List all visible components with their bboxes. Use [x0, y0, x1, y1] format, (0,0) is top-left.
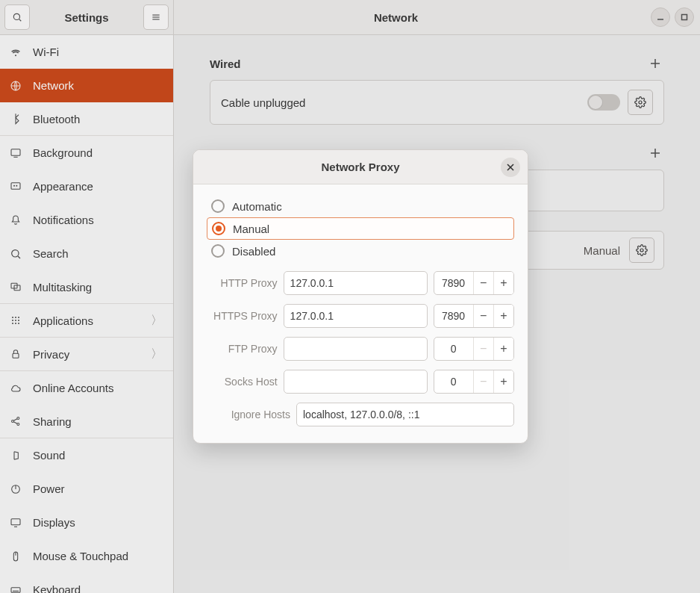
- socks-port-spinner: − +: [434, 370, 514, 394]
- sidebar-item-label: Keyboard: [33, 583, 163, 593]
- svg-point-22: [12, 323, 13, 324]
- minimize-button[interactable]: [651, 7, 670, 27]
- svg-line-30: [13, 422, 17, 424]
- svg-point-20: [15, 320, 16, 321]
- appearance-icon: [9, 180, 22, 193]
- sidebar-item-appearance[interactable]: Appearance: [0, 170, 173, 203]
- sidebar-item-sound[interactable]: Sound: [0, 438, 173, 472]
- app-title: Settings: [34, 11, 139, 24]
- sidebar-item-label: Network: [33, 79, 163, 92]
- search-icon: [9, 247, 22, 261]
- sidebar-item-search[interactable]: Search: [0, 237, 173, 270]
- svg-point-27: [17, 417, 19, 420]
- sidebar-item-label: Wi-Fi: [33, 46, 163, 58]
- sidebar-item-sharing[interactable]: Sharing: [0, 405, 173, 438]
- sidebar-item-network[interactable]: Network: [0, 69, 173, 102]
- https-proxy-host-input[interactable]: [284, 304, 428, 328]
- sidebar-item-label: Background: [33, 146, 163, 159]
- http-proxy-port-input[interactable]: [434, 272, 473, 294]
- https-proxy-port-increment[interactable]: +: [493, 305, 513, 327]
- https-proxy-port-input[interactable]: [434, 305, 473, 327]
- sidebar-item-label: Notifications: [33, 214, 163, 226]
- titlebar: Settings Network: [0, 0, 700, 35]
- sidebar-item-privacy[interactable]: Privacy〉: [0, 338, 173, 371]
- sidebar-item-bluetooth[interactable]: Bluetooth: [0, 102, 173, 136]
- apps-icon: [9, 314, 22, 327]
- multitasking-icon: [9, 280, 22, 294]
- page-title: Network: [174, 11, 618, 24]
- ftp-proxy-port-decrement[interactable]: −: [473, 338, 493, 360]
- hamburger-button[interactable]: [143, 4, 169, 30]
- close-icon: [507, 164, 514, 171]
- svg-line-29: [13, 419, 17, 421]
- socks-host-label: Socks Host: [207, 376, 278, 388]
- power-icon: [9, 482, 22, 496]
- minimize-icon: [657, 13, 664, 21]
- sidebar-item-online-accounts[interactable]: Online Accounts: [0, 371, 173, 405]
- search-button[interactable]: [4, 4, 30, 30]
- sidebar-item-multitasking[interactable]: Multitasking: [0, 270, 173, 304]
- sidebar-item-background[interactable]: Background: [0, 136, 173, 170]
- ignore-hosts-input[interactable]: [296, 403, 514, 426]
- svg-point-10: [13, 184, 15, 186]
- sidebar-item-label: Online Accounts: [33, 382, 163, 394]
- sidebar-item-mouse-touchpad[interactable]: Mouse & Touchpad: [0, 539, 173, 573]
- sidebar-item-keyboard[interactable]: Keyboard: [0, 573, 173, 593]
- sidebar: Wi-FiNetworkBluetoothBackgroundAppearanc…: [0, 35, 174, 593]
- socks-host-input[interactable]: [284, 370, 428, 394]
- sidebar-item-applications[interactable]: Applications〉: [0, 304, 173, 338]
- proxy-option-label: Manual: [233, 223, 269, 235]
- https-proxy-port-spinner: − +: [434, 304, 514, 328]
- svg-point-11: [16, 184, 17, 186]
- svg-rect-8: [11, 149, 20, 155]
- https-proxy-port-decrement[interactable]: −: [473, 305, 493, 327]
- http-proxy-host-input[interactable]: [284, 271, 428, 295]
- ftp-proxy-port-increment[interactable]: +: [493, 338, 513, 360]
- sidebar-item-label: Applications: [33, 314, 140, 327]
- svg-point-19: [12, 320, 13, 321]
- http-proxy-port-increment[interactable]: +: [493, 272, 513, 294]
- hamburger-icon: [151, 12, 161, 22]
- socks-port-decrement[interactable]: −: [473, 370, 493, 393]
- sound-icon: [9, 449, 22, 462]
- dialog-close-button[interactable]: [501, 158, 520, 177]
- cloud-icon: [9, 382, 22, 395]
- ftp-proxy-port-spinner: − +: [434, 337, 514, 361]
- radio-icon: [211, 244, 225, 258]
- proxy-option-label: Automatic: [232, 200, 282, 213]
- maximize-icon: [681, 13, 688, 21]
- svg-point-18: [18, 317, 19, 318]
- proxy-option-automatic[interactable]: Automatic: [207, 195, 514, 217]
- svg-rect-25: [13, 353, 19, 358]
- proxy-option-label: Disabled: [232, 245, 275, 258]
- sidebar-item-notifications[interactable]: Notifications: [0, 203, 173, 237]
- ftp-proxy-port-input[interactable]: [434, 338, 473, 360]
- svg-line-1: [19, 19, 22, 22]
- socks-port-increment[interactable]: +: [493, 370, 513, 393]
- maximize-button[interactable]: [675, 7, 694, 27]
- displays-icon: [9, 516, 22, 530]
- svg-rect-6: [682, 15, 687, 20]
- sidebar-item-label: Bluetooth: [33, 113, 163, 125]
- socks-port-input[interactable]: [434, 370, 473, 393]
- ftp-proxy-host-input[interactable]: [284, 337, 428, 361]
- sidebar-item-power[interactable]: Power: [0, 472, 173, 506]
- svg-rect-9: [11, 182, 20, 189]
- svg-point-17: [15, 317, 16, 318]
- svg-point-0: [13, 13, 19, 19]
- search-icon: [12, 12, 22, 22]
- svg-point-28: [17, 423, 19, 426]
- proxy-option-manual[interactable]: Manual: [207, 217, 514, 240]
- sidebar-item-label: Sound: [33, 449, 163, 462]
- background-icon: [9, 146, 22, 160]
- http-proxy-port-spinner: − +: [434, 271, 514, 295]
- svg-point-23: [15, 323, 16, 324]
- sidebar-item-wi-fi[interactable]: Wi-Fi: [0, 35, 173, 69]
- sidebar-item-displays[interactable]: Displays: [0, 506, 173, 539]
- svg-point-26: [12, 420, 14, 423]
- http-proxy-port-decrement[interactable]: −: [473, 272, 493, 294]
- dialog-header: Network Proxy: [193, 150, 528, 184]
- proxy-option-disabled[interactable]: Disabled: [207, 240, 514, 262]
- dialog-title: Network Proxy: [321, 161, 399, 173]
- svg-rect-33: [11, 518, 20, 524]
